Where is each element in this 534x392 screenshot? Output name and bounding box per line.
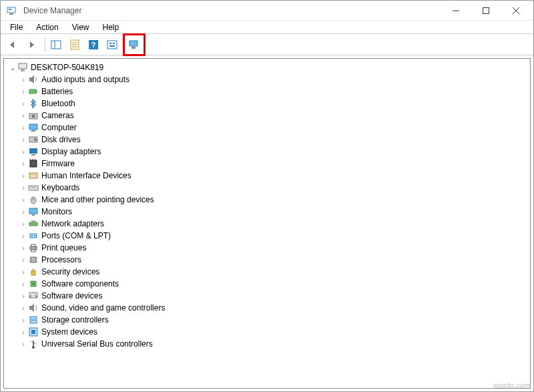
- expander-icon[interactable]: [19, 171, 28, 180]
- expander-icon[interactable]: [19, 195, 28, 204]
- tree-item-label: Disk drives: [41, 135, 81, 144]
- svg-rect-43: [32, 187, 33, 188]
- expander-icon[interactable]: [19, 159, 28, 168]
- expander-icon[interactable]: [19, 255, 28, 264]
- tree-item[interactable]: Human Interface Devices: [19, 170, 530, 182]
- expander-icon[interactable]: [19, 135, 28, 144]
- svg-rect-21: [19, 63, 27, 69]
- system-icon: [28, 327, 39, 337]
- back-button[interactable]: [5, 37, 21, 53]
- expander-icon[interactable]: [19, 207, 28, 216]
- tree-item-label: Bluetooth: [41, 99, 75, 108]
- tree-item-label: Software components: [41, 279, 119, 288]
- show-hide-console-tree-button[interactable]: [48, 37, 64, 53]
- svg-point-27: [32, 115, 35, 118]
- svg-point-31: [34, 138, 37, 141]
- properties-button[interactable]: [67, 37, 83, 53]
- expander-icon[interactable]: [19, 243, 28, 252]
- minimize-button[interactable]: [441, 1, 471, 20]
- expander-icon[interactable]: [19, 147, 28, 156]
- expander-icon[interactable]: [19, 183, 28, 192]
- bluetooth-icon: [28, 98, 39, 109]
- svg-rect-41: [29, 186, 38, 190]
- tree-item[interactable]: Firmware: [19, 158, 530, 170]
- tree-root-node[interactable]: DESKTOP-504K819: [5, 61, 530, 73]
- expander-icon[interactable]: [19, 231, 28, 240]
- tree-item[interactable]: Ports (COM & LPT): [19, 230, 530, 242]
- expander-icon[interactable]: [19, 279, 28, 288]
- expander-icon[interactable]: [19, 99, 28, 108]
- add-legacy-hardware-button[interactable]: [126, 37, 142, 53]
- svg-rect-4: [483, 7, 489, 13]
- tree-item-label: Firmware: [41, 159, 75, 168]
- scan-hardware-button[interactable]: [104, 37, 120, 53]
- tree-item[interactable]: Network adapters: [19, 218, 530, 230]
- tree-item[interactable]: Audio inputs and outputs: [19, 73, 530, 85]
- tree-item[interactable]: Software devices: [19, 290, 530, 302]
- tree-item[interactable]: Print queues: [19, 242, 530, 254]
- tree-item-label: Security devices: [41, 267, 99, 276]
- tree-item[interactable]: Batteries: [19, 85, 530, 97]
- expander-icon[interactable]: [19, 87, 28, 96]
- tree-item[interactable]: Cameras: [19, 110, 530, 122]
- svg-rect-23: [29, 77, 31, 81]
- maximize-button[interactable]: [471, 1, 501, 20]
- expander-icon[interactable]: [19, 75, 28, 84]
- tree-item[interactable]: Sound, video and game controllers: [19, 302, 530, 314]
- expander-icon[interactable]: [8, 63, 17, 72]
- tree-item[interactable]: Processors: [19, 254, 530, 266]
- tree-item[interactable]: Universal Serial Bus controllers: [19, 338, 530, 350]
- svg-rect-38: [29, 173, 37, 178]
- tree-item[interactable]: Bluetooth: [19, 97, 530, 110]
- tree-item[interactable]: System devices: [19, 326, 530, 338]
- tree-item[interactable]: Storage controllers: [19, 314, 530, 326]
- svg-rect-1: [9, 9, 11, 10]
- close-button[interactable]: [501, 1, 531, 20]
- tree-item-label: Keyboards: [41, 183, 79, 192]
- expander-icon[interactable]: [19, 339, 28, 349]
- security-icon: [28, 266, 39, 277]
- svg-rect-57: [31, 257, 36, 262]
- cpu-icon: [28, 254, 39, 265]
- tree-item[interactable]: Disk drives: [19, 134, 530, 146]
- expander-icon[interactable]: [19, 315, 28, 325]
- menubar: File Action View Help: [1, 21, 533, 34]
- computer-icon: [28, 122, 39, 133]
- expander-icon[interactable]: [19, 291, 28, 301]
- tree-item-label: Cameras: [41, 111, 74, 120]
- menu-file[interactable]: File: [3, 21, 29, 33]
- display-icon: [28, 146, 39, 157]
- menu-view[interactable]: View: [65, 21, 96, 33]
- svg-point-71: [32, 346, 35, 349]
- expander-icon[interactable]: [19, 267, 28, 276]
- storage-icon: [28, 315, 39, 325]
- monitor-icon: [28, 206, 39, 217]
- forward-button[interactable]: [23, 37, 39, 53]
- window-controls: [441, 1, 531, 20]
- tree-item[interactable]: Computer: [19, 122, 530, 134]
- menu-action[interactable]: Action: [29, 21, 65, 33]
- tree-item[interactable]: Display adapters: [19, 146, 530, 158]
- svg-rect-20: [131, 47, 136, 49]
- tree-item[interactable]: Keyboards: [19, 182, 530, 194]
- svg-rect-18: [109, 45, 115, 47]
- expander-icon[interactable]: [19, 123, 28, 132]
- expander-icon[interactable]: [19, 219, 28, 228]
- svg-rect-16: [109, 43, 111, 44]
- tree-item-label: Network adapters: [41, 219, 104, 228]
- disk-icon: [28, 134, 39, 145]
- svg-rect-29: [31, 130, 35, 132]
- expander-icon[interactable]: [19, 303, 28, 313]
- tree-item[interactable]: Software components: [19, 278, 530, 290]
- expander-icon[interactable]: [19, 111, 28, 120]
- expander-icon[interactable]: [19, 327, 28, 337]
- tree-item[interactable]: Mice and other pointing devices: [19, 194, 530, 206]
- tree-item[interactable]: Security devices: [19, 266, 530, 278]
- device-tree[interactable]: DESKTOP-504K819 Audio inputs and outputs…: [3, 58, 531, 389]
- svg-rect-42: [30, 187, 31, 188]
- help-button[interactable]: ?: [85, 37, 101, 53]
- menu-help[interactable]: Help: [96, 21, 126, 33]
- usb-icon: [28, 339, 39, 349]
- printer-icon: [28, 242, 39, 253]
- tree-item[interactable]: Monitors: [19, 206, 530, 218]
